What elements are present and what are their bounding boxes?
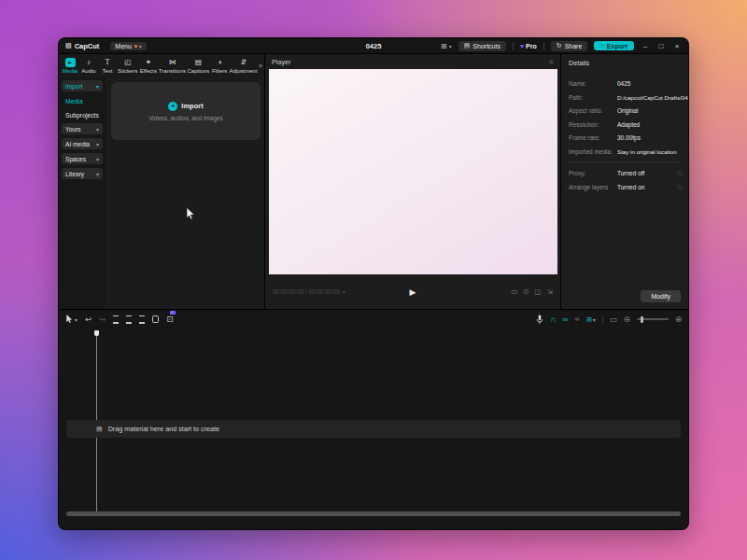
- timeline-hint-text: Drag material here and start to create: [108, 425, 219, 433]
- play-button[interactable]: ▶: [410, 287, 416, 297]
- zoom-slider-handle[interactable]: [641, 316, 643, 323]
- export-button[interactable]: ↑ Export: [594, 41, 634, 50]
- delete-left-icon[interactable]: [126, 315, 132, 324]
- capcut-window: ▧ CapCut Menu ▾ 0425 ⊞ ▾ ▤ Shortcuts ♥ P…: [58, 37, 689, 530]
- tabs-overflow-icon[interactable]: »: [259, 63, 262, 69]
- tab-transitions[interactable]: ⋈ Transitions: [158, 58, 186, 74]
- horizontal-scrollbar[interactable]: [66, 511, 681, 516]
- sidebar-item-spaces[interactable]: Spaces ▾: [62, 153, 103, 164]
- pro-button[interactable]: ♥ Pro: [520, 43, 537, 49]
- app-logo: ▧ CapCut: [65, 42, 99, 50]
- minimize-button[interactable]: –: [641, 42, 650, 50]
- export-icon: ↑: [600, 43, 604, 49]
- sidebar-item-library[interactable]: Library ▾: [62, 168, 103, 179]
- sidebar-item-yours[interactable]: Yours ▾: [62, 123, 103, 134]
- divider: [569, 161, 683, 162]
- tab-adjustment[interactable]: ⇵ Adjustment: [229, 58, 258, 74]
- sticker-icon: ◰: [124, 58, 131, 67]
- title-bar: ▧ CapCut Menu ▾ 0425 ⊞ ▾ ▤ Shortcuts ♥ P…: [59, 38, 688, 54]
- delete-icon[interactable]: [152, 315, 159, 323]
- cursor-icon: [65, 315, 73, 324]
- media-panel: ▸ Media ♪ Audio T Text ◰ Stickers ✦ Ef: [59, 54, 265, 309]
- undo-button[interactable]: ↩: [85, 315, 92, 324]
- timeline-tracks-area[interactable]: ▤ Drag material here and start to create: [59, 329, 688, 529]
- details-panel: Details Name: 0425 Path: D:/capcut/CapCu…: [561, 54, 688, 309]
- import-dropzone[interactable]: + Import Videos, audios, and images: [111, 82, 261, 140]
- modify-button[interactable]: Modify: [641, 290, 681, 302]
- snapshot-icon[interactable]: ◫: [535, 287, 542, 296]
- media-content-area: + Import Videos, audios, and images: [106, 77, 264, 309]
- tab-stickers[interactable]: ◰ Stickers: [117, 58, 139, 74]
- chevron-down-icon: ▾: [96, 171, 99, 177]
- zoom-out-button[interactable]: ⊖: [624, 315, 630, 324]
- auto-ripple-icon[interactable]: ≋▾: [586, 315, 596, 325]
- crop-button[interactable]: ⊡: [166, 315, 173, 324]
- divider: [543, 42, 544, 50]
- menu-notification-dot: [134, 45, 137, 48]
- redo-button[interactable]: ↪: [99, 315, 106, 324]
- timeline-toolbar: ▾ ↩ ↪ ⊡ ∩ ∞ ∞ ≋▾: [59, 310, 688, 329]
- info-icon[interactable]: ⓘ: [677, 170, 683, 178]
- shortcuts-button[interactable]: ▤ Shortcuts: [458, 41, 506, 51]
- layout-caret-icon[interactable]: ▾: [449, 43, 452, 49]
- detail-row-name: Name: 0425: [569, 80, 683, 87]
- timecode-display[interactable]: 00:00:00:00 / 00:00:00:00 ▾: [273, 288, 345, 295]
- filters-icon: ◑: [218, 58, 222, 67]
- transitions-icon: ⋈: [169, 58, 176, 67]
- capcut-logo-icon: ▧: [65, 42, 72, 49]
- shortcuts-icon: ▤: [464, 42, 471, 49]
- media-tab-bar: ▸ Media ♪ Audio T Text ◰ Stickers ✦ Ef: [59, 54, 264, 77]
- player-menu-icon[interactable]: ≡: [549, 58, 554, 66]
- detail-row-frame-rate: Frame rate: 30.00fps: [569, 134, 683, 141]
- detail-row-arrange-layers: Arrange layers Turned on ⓘ: [569, 184, 683, 190]
- playhead[interactable]: [94, 330, 99, 336]
- tab-media[interactable]: ▸ Media: [61, 58, 79, 74]
- share-button[interactable]: ↻ Share: [551, 41, 588, 51]
- chevron-down-icon: ▾: [96, 126, 99, 133]
- menu-label: Menu: [115, 43, 132, 49]
- timeline-zoom-slider[interactable]: [637, 318, 669, 320]
- preview-axis-icon[interactable]: ∞: [575, 315, 580, 324]
- export-label: Export: [607, 43, 627, 49]
- tab-captions[interactable]: ▤ Captions: [187, 58, 211, 74]
- effects-icon: ✦: [146, 58, 151, 67]
- info-icon[interactable]: ⓘ: [677, 184, 683, 192]
- delete-right-icon[interactable]: [139, 315, 145, 324]
- preview-quality-icon[interactable]: ⊙: [523, 287, 529, 296]
- media-sidebar: Import ▾ Media Subprojects Yours ▾ AI me…: [59, 77, 106, 309]
- sidebar-item-subprojects[interactable]: Subprojects: [62, 109, 103, 121]
- record-voiceover-icon[interactable]: [536, 315, 543, 325]
- tab-text[interactable]: T Text: [98, 58, 117, 74]
- timeline-panel: ▾ ↩ ↪ ⊡ ∩ ∞ ∞ ≋▾: [59, 309, 688, 529]
- empty-track-dropzone[interactable]: ▤ Drag material here and start to create: [66, 420, 681, 438]
- select-tool-button[interactable]: ▾: [65, 315, 78, 324]
- preview-canvas[interactable]: [269, 69, 557, 274]
- captions-icon: ▤: [195, 58, 202, 67]
- tab-effects[interactable]: ✦ Effects: [139, 58, 159, 74]
- menu-button[interactable]: Menu ▾: [110, 42, 147, 50]
- link-icon[interactable]: ∞: [563, 315, 569, 324]
- maximize-button[interactable]: □: [656, 42, 666, 50]
- tab-audio[interactable]: ♪ Audio: [79, 58, 98, 74]
- aspect-ratio-icon[interactable]: ▭: [511, 287, 517, 296]
- sidebar-item-media[interactable]: Media: [62, 95, 103, 107]
- detail-row-path: Path: D:/capcut/CapCut Drafts/0425: [569, 94, 683, 101]
- split-icon[interactable]: [113, 315, 119, 324]
- track-height-icon[interactable]: ▭: [610, 315, 617, 324]
- pro-gem-icon: ♥: [520, 43, 524, 49]
- import-subtitle: Videos, audios, and images: [148, 115, 223, 121]
- zoom-in-button[interactable]: ⊕: [675, 315, 682, 324]
- pro-label: Pro: [526, 43, 537, 49]
- shortcuts-label: Shortcuts: [472, 43, 500, 49]
- chevron-down-icon: ▾: [96, 141, 99, 147]
- close-button[interactable]: ×: [672, 42, 682, 50]
- layout-icon[interactable]: ⊞: [441, 42, 447, 50]
- sidebar-item-import[interactable]: Import ▾: [62, 80, 103, 91]
- tab-filters[interactable]: ◑ Filters: [210, 58, 229, 74]
- text-icon: T: [106, 58, 110, 67]
- magnetic-snap-icon[interactable]: ∩: [550, 315, 556, 324]
- divider: [513, 42, 514, 50]
- fullscreen-icon[interactable]: ⇲: [547, 287, 553, 296]
- sidebar-item-ai-media[interactable]: AI media ▾: [62, 138, 103, 149]
- media-placeholder-icon: ▤: [96, 426, 103, 433]
